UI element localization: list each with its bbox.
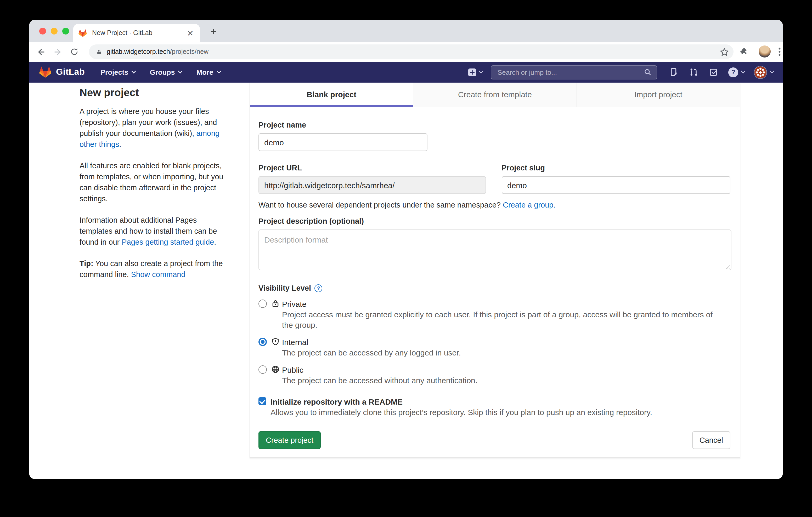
visibility-option-private[interactable]: Private Project access must be granted e… <box>258 299 730 330</box>
browser-tabstrip: New Project · GitLab ✕ + <box>29 20 783 42</box>
sidebar-paragraph: A project is where you house your files … <box>80 106 230 150</box>
gitlab-navbar: GitLab Projects Groups More <box>29 62 783 83</box>
extensions-puzzle-icon[interactable] <box>739 47 749 57</box>
visibility-option-internal[interactable]: Internal The project can be accessed by … <box>258 337 730 358</box>
user-avatar[interactable] <box>754 66 767 79</box>
chevron-down-icon <box>178 70 183 74</box>
visibility-option-name: Internal <box>282 337 730 347</box>
global-search[interactable] <box>491 65 657 79</box>
sidebar-paragraph: All features are enabled for blank proje… <box>80 160 230 204</box>
show-command-link[interactable]: Show command <box>131 270 185 279</box>
nav-more-menu[interactable]: More <box>197 68 221 76</box>
merge-requests-icon[interactable] <box>689 67 699 78</box>
visibility-option-desc: The project can be accessed without any … <box>282 375 713 386</box>
radio-public[interactable] <box>258 365 267 374</box>
visibility-option-name: Private <box>282 299 730 309</box>
screen: New Project · GitLab ✕ + gitlab.widgetco… <box>0 0 812 517</box>
url-path: /projects/new <box>170 48 208 55</box>
visibility-option-name: Public <box>282 364 730 375</box>
project-slug-label: Project slug <box>501 163 730 172</box>
gitlab-main-menu: Projects Groups More <box>100 68 221 76</box>
sidebar-help: New project A project is where you house… <box>80 87 230 291</box>
sidebar-tip: Tip: You can also create a project from … <box>80 258 230 280</box>
nav-groups-menu[interactable]: Groups <box>150 68 183 76</box>
plus-square-icon <box>468 68 476 77</box>
blank-project-form: Project name Project URL Project slug Wa… <box>250 107 740 457</box>
gitlab-navbar-right: ? <box>468 62 783 83</box>
todos-icon[interactable] <box>708 67 719 78</box>
pages-guide-link[interactable]: Pages getting started guide <box>122 238 214 246</box>
issues-icon[interactable] <box>669 67 679 78</box>
chevron-down-icon <box>770 70 774 74</box>
gitlab-brand-text: GitLab <box>56 67 85 78</box>
namespace-hint: Want to house several dependent projects… <box>258 201 730 209</box>
readme-option[interactable]: Initialize repository with a README Allo… <box>258 396 730 418</box>
search-icon <box>644 68 651 76</box>
readme-checkbox-checked[interactable] <box>258 397 266 405</box>
globe-icon <box>271 365 278 375</box>
new-menu-button[interactable] <box>468 68 484 77</box>
tab-close-icon[interactable]: ✕ <box>186 29 195 37</box>
create-group-link[interactable]: Create a group. <box>503 201 556 209</box>
browser-toolbar: gitlab.widgetcorp.tech/projects/new <box>29 42 783 62</box>
https-lock-icon <box>96 48 102 55</box>
gitlab-logo[interactable]: GitLab <box>39 66 85 78</box>
project-url-label: Project URL <box>258 163 486 172</box>
cancel-button[interactable]: Cancel <box>692 431 730 449</box>
chevron-down-icon <box>741 70 746 74</box>
browser-tab[interactable]: New Project · GitLab ✕ <box>73 24 200 42</box>
chevron-down-icon <box>479 70 484 74</box>
form-actions: Create project Cancel <box>258 431 730 449</box>
readme-label: Initialize repository with a README <box>270 396 730 407</box>
project-type-tabs: Blank project Create from template Impor… <box>250 83 740 107</box>
gitlab-favicon-icon <box>79 29 87 37</box>
reload-icon[interactable] <box>69 47 80 57</box>
shield-icon <box>271 338 278 347</box>
gitlab-tanuki-icon <box>39 66 51 78</box>
sidebar-paragraph: Information about additional Pages templ… <box>80 215 230 248</box>
project-description-label: Project description (optional) <box>258 217 730 225</box>
new-tab-button[interactable]: + <box>206 25 221 39</box>
search-input[interactable] <box>496 68 644 77</box>
browser-menu-icon[interactable] <box>774 47 783 57</box>
tab-blank-project[interactable]: Blank project <box>250 83 413 107</box>
back-icon[interactable] <box>36 47 46 57</box>
forward-icon[interactable] <box>52 47 63 57</box>
lock-icon <box>271 300 278 309</box>
tab-import-project[interactable]: Import project <box>576 83 740 107</box>
project-name-input[interactable] <box>258 133 428 151</box>
nav-projects-menu[interactable]: Projects <box>100 68 136 76</box>
project-description-textarea[interactable] <box>258 230 731 270</box>
window-minimize-button[interactable] <box>51 28 58 34</box>
window-close-button[interactable] <box>39 28 46 34</box>
url-bar[interactable]: gitlab.widgetcorp.tech/projects/new <box>89 44 733 59</box>
browser-tab-title: New Project · GitLab <box>92 29 186 37</box>
visibility-option-desc: Project access must be granted explicitl… <box>282 309 713 330</box>
project-name-label: Project name <box>258 121 730 129</box>
window-zoom-button[interactable] <box>62 28 69 34</box>
page-title: New project <box>80 87 230 99</box>
readme-desc: Allows you to immediately clone this pro… <box>270 407 730 418</box>
chevron-down-icon <box>132 70 136 74</box>
tab-create-from-template[interactable]: Create from template <box>413 83 577 107</box>
help-icon[interactable]: ? <box>728 67 738 77</box>
visibility-help-icon[interactable]: ? <box>315 284 323 292</box>
new-project-panel: Blank project Create from template Impor… <box>250 83 740 458</box>
visibility-level-label: Visibility Level <box>258 284 311 292</box>
bookmark-star-icon[interactable] <box>719 47 729 57</box>
project-url-input[interactable] <box>258 176 486 194</box>
radio-private[interactable] <box>258 300 267 308</box>
create-project-button[interactable]: Create project <box>258 431 321 449</box>
chevron-down-icon <box>216 70 221 74</box>
page-content: New project A project is where you house… <box>29 83 783 479</box>
browser-profile-avatar[interactable] <box>759 45 771 58</box>
project-slug-input[interactable] <box>501 176 730 194</box>
browser-window: New Project · GitLab ✕ + gitlab.widgetco… <box>29 20 783 479</box>
url-host: gitlab.widgetcorp.tech <box>107 48 170 55</box>
visibility-option-desc: The project can be accessed by any logge… <box>282 347 713 358</box>
radio-internal-selected[interactable] <box>258 338 267 346</box>
visibility-option-public[interactable]: Public The project can be accessed witho… <box>258 364 730 386</box>
